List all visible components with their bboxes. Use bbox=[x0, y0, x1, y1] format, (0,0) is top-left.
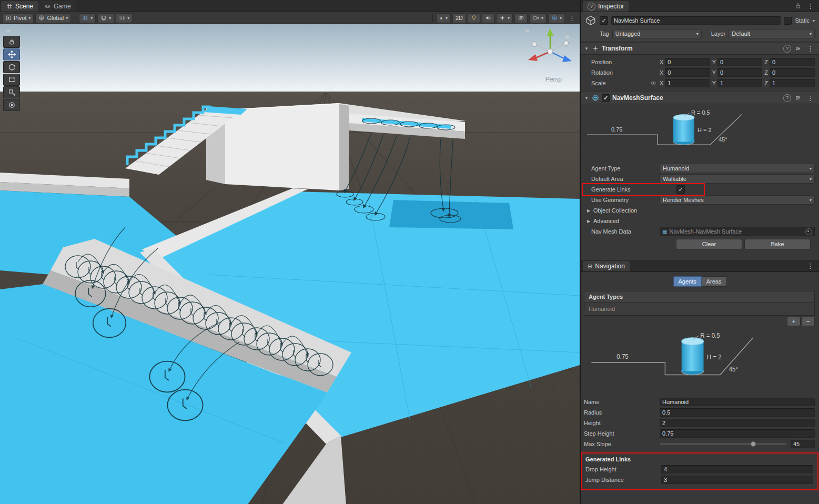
position-row: Position X Y Z bbox=[581, 57, 815, 67]
generate-links-row: Generate Links ✓ bbox=[581, 184, 815, 195]
presets-icon[interactable] bbox=[795, 45, 801, 52]
audio-toggle[interactable] bbox=[482, 13, 494, 23]
navmeshsurface-header[interactable]: ▼ ✓ NavMeshSurface ? ⋮ bbox=[581, 92, 819, 104]
foldout-open-icon[interactable]: ▼ bbox=[584, 46, 589, 51]
gizmo-lock-icon[interactable] bbox=[564, 33, 570, 40]
foldout-open-icon[interactable]: ▼ bbox=[584, 96, 589, 100]
slider-knob[interactable] bbox=[751, 441, 756, 447]
scale-z-field[interactable] bbox=[770, 79, 815, 87]
agent-types-toolbar: + − bbox=[581, 317, 815, 326]
static-checkbox[interactable] bbox=[784, 17, 792, 25]
eye-slash-icon bbox=[518, 15, 524, 21]
agent-name-field[interactable] bbox=[660, 398, 815, 406]
radius-field[interactable] bbox=[660, 408, 815, 417]
clear-button[interactable]: Clear bbox=[676, 239, 742, 249]
tab-game-label: Game bbox=[54, 3, 71, 10]
generate-links-checkbox[interactable]: ✓ bbox=[676, 185, 685, 194]
component-more-icon[interactable]: ⋮ bbox=[805, 45, 816, 53]
snap-increment-dropdown[interactable]: ▾ bbox=[116, 13, 133, 23]
diagram-step-label: 0.75 bbox=[611, 126, 622, 133]
height-field[interactable] bbox=[660, 419, 815, 427]
scale-x-field[interactable] bbox=[665, 79, 710, 87]
use-geometry-dropdown[interactable]: Render Meshes ▾ bbox=[660, 195, 815, 205]
static-caret-icon[interactable]: ▾ bbox=[813, 18, 815, 23]
agent-type-dropdown[interactable]: Humanoid ▾ bbox=[660, 164, 815, 173]
transform-header[interactable]: ▼ Transform ? ⋮ bbox=[581, 42, 819, 55]
tab-game[interactable]: Game bbox=[39, 1, 76, 12]
tag-value: Untagged bbox=[615, 31, 694, 37]
presets-icon[interactable] bbox=[795, 95, 801, 101]
object-collection-foldout[interactable]: ▶ Object Collection bbox=[581, 205, 815, 216]
projection-label[interactable]: Persp bbox=[545, 76, 562, 83]
use-geometry-value: Render Meshes bbox=[663, 197, 807, 203]
global-dropdown[interactable]: Global ▾ bbox=[35, 13, 71, 23]
scale-y-field[interactable] bbox=[717, 79, 762, 87]
jump-distance-field[interactable] bbox=[661, 476, 813, 484]
scene-options-menu-icon[interactable]: ≡ bbox=[525, 26, 529, 34]
default-area-row: Default Area Walkable ▾ bbox=[581, 174, 815, 184]
rotation-z-field[interactable] bbox=[770, 68, 815, 77]
constrain-proportions-icon[interactable] bbox=[650, 80, 656, 86]
tag-dropdown[interactable]: Untagged ▾ bbox=[612, 29, 702, 38]
rotation-x-field[interactable] bbox=[665, 68, 710, 77]
pivot-dropdown[interactable]: Pivot ▾ bbox=[2, 13, 34, 23]
caret-down-icon: ▾ bbox=[541, 16, 543, 21]
help-icon[interactable]: ? bbox=[783, 94, 791, 102]
navigation-more-icon[interactable]: ⋮ bbox=[805, 262, 816, 270]
object-collection-label: Object Collection bbox=[593, 207, 637, 214]
nav-mesh-data-field[interactable]: ▦ NavMesh-NavMesh Surface bbox=[660, 227, 815, 236]
snap-toggle[interactable]: ▾ bbox=[97, 13, 114, 23]
navmeshsurface-title: NavMeshSurface bbox=[612, 94, 663, 102]
position-z-field[interactable] bbox=[770, 58, 815, 66]
position-y-field[interactable] bbox=[717, 58, 762, 66]
step-height-field[interactable] bbox=[660, 429, 815, 438]
scene-viewport[interactable]: ≡ ≡ Persp bbox=[0, 24, 580, 504]
move-tool-button[interactable] bbox=[3, 48, 20, 61]
toolbar-more-icon[interactable]: ⋮ bbox=[567, 14, 578, 22]
gizmos-dropdown[interactable]: ▾ bbox=[548, 13, 565, 23]
agent-type-list-item[interactable]: Humanoid bbox=[584, 303, 814, 315]
gameobject-name-field[interactable] bbox=[611, 16, 781, 25]
scene-visibility-toggle[interactable] bbox=[514, 13, 528, 23]
component-enabled-checkbox[interactable]: ✓ bbox=[602, 94, 610, 102]
position-x-field[interactable] bbox=[665, 58, 710, 66]
transform-tool-button[interactable] bbox=[3, 99, 20, 111]
layer-dropdown[interactable]: Default ▾ bbox=[729, 29, 815, 38]
help-icon[interactable]: ? bbox=[783, 45, 791, 53]
tab-scene[interactable]: Scene bbox=[1, 1, 38, 12]
rotate-tool-button[interactable] bbox=[3, 61, 20, 73]
lightbulb-icon bbox=[471, 15, 477, 21]
bake-button[interactable]: Bake bbox=[744, 239, 811, 249]
use-geometry-label: Use Geometry bbox=[591, 197, 660, 203]
add-agent-button[interactable]: + bbox=[787, 317, 801, 326]
effects-dropdown[interactable]: ▾ bbox=[496, 13, 513, 23]
max-slope-field[interactable] bbox=[791, 440, 815, 448]
lighting-toggle[interactable] bbox=[468, 13, 480, 23]
remove-agent-button[interactable]: − bbox=[801, 317, 815, 326]
inspector-more-icon[interactable]: ⋮ bbox=[805, 2, 816, 10]
inspector-lock-icon[interactable] bbox=[795, 3, 801, 9]
component-more-icon[interactable]: ⋮ bbox=[805, 94, 816, 102]
tab-agents[interactable]: Agents bbox=[673, 276, 702, 287]
rect-tool-button[interactable] bbox=[3, 74, 20, 86]
default-area-dropdown[interactable]: Walkable ▾ bbox=[660, 174, 815, 184]
shading-mode-dropdown[interactable]: ◐ ▾ bbox=[437, 13, 451, 23]
tab-inspector[interactable]: ? Inspector bbox=[583, 1, 629, 12]
gameobject-active-checkbox[interactable]: ✓ bbox=[600, 16, 608, 25]
tab-areas[interactable]: Areas bbox=[702, 276, 727, 287]
2d-toggle[interactable]: 2D bbox=[452, 13, 466, 23]
max-slope-row: Max Slope bbox=[581, 439, 819, 449]
axis-x-label: X bbox=[660, 80, 663, 86]
scale-tool-button[interactable] bbox=[3, 86, 20, 98]
camera-settings-dropdown[interactable]: ▾ bbox=[529, 13, 547, 23]
hand-tool-button[interactable] bbox=[3, 36, 20, 48]
grid-visibility-toggle[interactable]: ▾ bbox=[79, 13, 96, 23]
tab-navigation[interactable]: ⊞ Navigation bbox=[583, 261, 630, 271]
cube-icon bbox=[585, 15, 596, 26]
drop-height-field[interactable] bbox=[661, 465, 813, 473]
object-picker-icon[interactable] bbox=[805, 228, 812, 235]
max-slope-slider[interactable] bbox=[660, 440, 786, 448]
rotation-y-field[interactable] bbox=[717, 68, 762, 77]
scene-overlay-menu-icon[interactable]: ≡ bbox=[6, 27, 11, 36]
advanced-foldout[interactable]: ▶ Advanced bbox=[581, 216, 815, 226]
